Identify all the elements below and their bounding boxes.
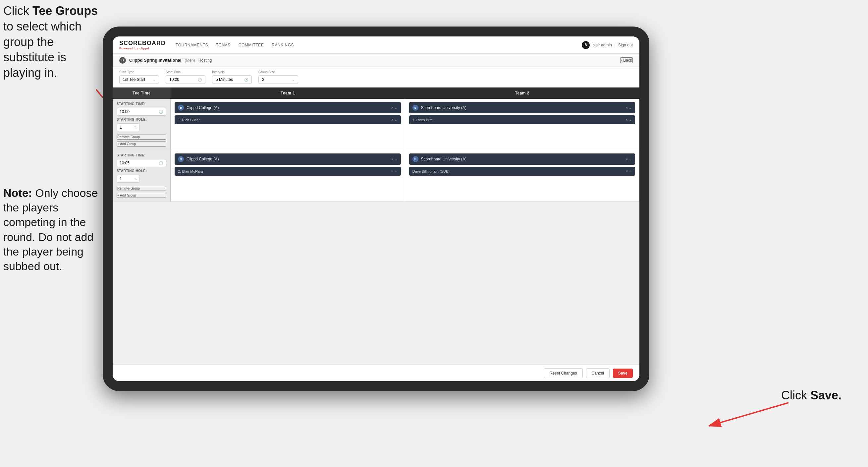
clock-icon-4: 🕐 — [159, 161, 163, 166]
player-name-2-1: 2. Blair McHarg — [178, 169, 389, 173]
player-card-1-2[interactable]: 1. Rees Britt × ⌄ — [409, 115, 636, 124]
table-header: Tee Time Team 1 Team 2 — [113, 88, 640, 99]
player-actions-1-1: × ⌄ — [391, 118, 397, 122]
start-type-input[interactable]: 1st Tee Start ⌄ — [119, 75, 159, 84]
save-button[interactable]: Save — [613, 369, 633, 378]
tournament-title: Clippd Spring Invitational — [129, 58, 181, 63]
team2-badge-1: S — [412, 105, 418, 111]
start-time-label: Start Time — [166, 70, 206, 74]
top-instruction: Click Tee Groups to select which group t… — [3, 3, 99, 81]
logo-sub-text: Powered by clippd — [119, 47, 166, 50]
group-1-team2-cell: S Scoreboard University (A) × ⌄ 1. Rees … — [405, 99, 640, 150]
starting-hole-input-1[interactable]: 1 ⇅ — [117, 123, 140, 131]
user-avatar: B — [582, 41, 590, 49]
remove-group-button-2[interactable]: Remove Group — [117, 186, 166, 191]
tablet-screen: SCOREBOARD Powered by clippd TOURNAMENTS… — [113, 36, 640, 381]
logo-main-text: SCOREBOARD — [119, 40, 166, 47]
team2-badge-2: S — [412, 156, 418, 162]
back-button[interactable]: ‹ Back — [620, 57, 633, 63]
start-time-input[interactable]: 10:00 🕐 — [166, 75, 206, 84]
tournament-gender: (Men) — [185, 58, 195, 63]
subheader: B Clippd Spring Invitational (Men) Hosti… — [113, 54, 640, 67]
team1-name-1: Clippd College (A) — [187, 106, 389, 110]
team1-actions-2: × ⌄ — [391, 157, 397, 162]
svg-line-3 — [709, 403, 788, 426]
nav-logo: SCOREBOARD Powered by clippd — [119, 40, 166, 50]
th-team1: Team 1 — [170, 88, 405, 99]
group-2-team2-cell: S Scoreboard University (A) × ⌄ Dave Bil… — [405, 150, 640, 201]
team1-badge-1: B — [178, 105, 184, 111]
th-tee-time: Tee Time — [113, 88, 170, 99]
nav-rankings[interactable]: RANKINGS — [272, 43, 294, 48]
add-group-button-2[interactable]: + Add Group — [117, 193, 166, 198]
nav-user: B blair admin | Sign out — [582, 41, 633, 49]
team2-card-2[interactable]: S Scoreboard University (A) × ⌄ — [409, 153, 636, 165]
player-actions-2-1: × ⌄ — [391, 169, 397, 173]
stepper-icon-2: ⇅ — [134, 177, 137, 181]
chevron-down-icon: ⌄ — [153, 78, 155, 82]
group-row: STARTING TIME: 10:00 🕐 STARTING HOLE: 1 … — [113, 99, 640, 150]
team2-actions-2: × ⌄ — [626, 157, 632, 162]
nav-committee[interactable]: COMMITTEE — [239, 43, 264, 48]
player-actions-2-2: × ⌄ — [626, 169, 632, 173]
remove-group-button-1[interactable]: Remove Group — [117, 135, 166, 140]
subheader-badge: B — [119, 57, 126, 64]
group-1-team1-cell: B Clippd College (A) × ⌄ 1. Rich Butler … — [170, 99, 405, 150]
starting-hole-input-2[interactable]: 1 ⇅ — [117, 175, 140, 183]
starting-hole-label-1: STARTING HOLE: — [117, 118, 166, 121]
group-size-field: Group Size 2 ⌄ — [258, 70, 298, 84]
team1-name-2: Clippd College (A) — [187, 157, 389, 162]
bottom-bar: Reset Changes Cancel Save — [113, 364, 640, 381]
player-card-2-1[interactable]: 2. Blair McHarg × ⌄ — [175, 167, 401, 176]
team1-badge-2: B — [178, 156, 184, 162]
nav-separator: | — [615, 43, 616, 48]
intervals-label: Intervals — [212, 70, 252, 74]
player-name-1-2: 1. Rees Britt — [412, 118, 623, 122]
starting-time-label-2: STARTING TIME: — [117, 153, 166, 157]
team1-actions-1: × ⌄ — [391, 106, 397, 110]
cancel-button[interactable]: Cancel — [586, 368, 610, 378]
group-2-team1-cell: B Clippd College (A) × ⌄ 2. Blair McHarg… — [170, 150, 405, 201]
stepper-icon-1: ⇅ — [134, 126, 137, 129]
clock-icon: 🕐 — [198, 78, 202, 82]
intervals-input[interactable]: 5 Minutes 🕐 — [212, 75, 252, 84]
group-1-time-col: STARTING TIME: 10:00 🕐 STARTING HOLE: 1 … — [113, 99, 170, 150]
player-name-1-1: 1. Rich Butler — [178, 118, 389, 122]
tablet-device: SCOREBOARD Powered by clippd TOURNAMENTS… — [103, 27, 649, 391]
navbar: SCOREBOARD Powered by clippd TOURNAMENTS… — [113, 36, 640, 54]
add-group-button-1[interactable]: + Add Group — [117, 142, 166, 146]
user-name: blair admin — [592, 43, 612, 48]
player-name-2-2: Dave Billingham (SUB) — [412, 169, 623, 173]
start-type-field: Start Type 1st Tee Start ⌄ — [119, 70, 159, 84]
sign-out-link[interactable]: Sign out — [618, 43, 633, 48]
click-save-instruction: Click Save. — [781, 388, 841, 402]
th-team2: Team 2 — [405, 88, 640, 99]
clock-icon-2: 🕐 — [244, 78, 248, 82]
start-time-field: Start Time 10:00 🕐 — [166, 70, 206, 84]
team1-card-2[interactable]: B Clippd College (A) × ⌄ — [175, 153, 401, 165]
nav-teams[interactable]: TEAMS — [216, 43, 230, 48]
group-row-2: STARTING TIME: 10:05 🕐 STARTING HOLE: 1 … — [113, 150, 640, 202]
team2-actions-1: × ⌄ — [626, 106, 632, 110]
player-card-1-1[interactable]: 1. Rich Butler × ⌄ — [175, 115, 401, 124]
intervals-field: Intervals 5 Minutes 🕐 — [212, 70, 252, 84]
subheader-left: B Clippd Spring Invitational (Men) Hosti… — [119, 57, 212, 64]
nav-links: TOURNAMENTS TEAMS COMMITTEE RANKINGS — [176, 43, 582, 48]
starting-time-input-2[interactable]: 10:05 🕐 — [117, 159, 166, 167]
hosting-label: Hosting — [198, 58, 212, 63]
player-actions-1-2: × ⌄ — [626, 118, 632, 122]
team2-card-1[interactable]: S Scoreboard University (A) × ⌄ — [409, 102, 636, 113]
starting-hole-label-2: STARTING HOLE: — [117, 169, 166, 173]
clock-icon-3: 🕐 — [159, 110, 163, 114]
starting-time-label-1: STARTING TIME: — [117, 102, 166, 106]
team2-name-2: Scoreboard University (A) — [421, 157, 623, 162]
nav-tournaments[interactable]: TOURNAMENTS — [176, 43, 208, 48]
reset-changes-button[interactable]: Reset Changes — [544, 368, 583, 378]
group-size-label: Group Size — [258, 70, 298, 74]
starting-time-input-1[interactable]: 10:00 🕐 — [117, 108, 166, 116]
note-instruction: Note: Only choose the players competing … — [3, 185, 103, 273]
team1-card-1[interactable]: B Clippd College (A) × ⌄ — [175, 102, 401, 113]
chevron-down-icon-2: ⌄ — [292, 78, 294, 82]
player-card-2-2[interactable]: Dave Billingham (SUB) × ⌄ — [409, 167, 636, 176]
group-size-input[interactable]: 2 ⌄ — [258, 75, 298, 84]
